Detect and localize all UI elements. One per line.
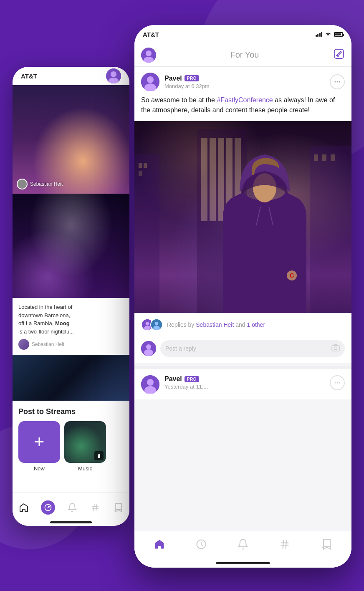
front-post2-name-row: Pavel PRO (164, 375, 325, 383)
front-post2-more-button[interactable] (330, 375, 345, 390)
book-icon (112, 502, 124, 513)
svg-rect-23 (139, 171, 142, 176)
front-post1-author-info: Pavel PRO Monday at 6:32pm (164, 75, 325, 89)
home-indicator-back (50, 521, 92, 523)
svg-point-43 (155, 322, 159, 326)
back-post2-author-name: Sebastian Heit (32, 341, 64, 347)
post-text-prefix: So awesome to be at the (141, 96, 217, 104)
book-icon-front (321, 538, 332, 553)
signal-bar-2 (317, 34, 318, 37)
svg-point-41 (144, 326, 151, 330)
plus-icon: + (34, 433, 45, 451)
front-status-icons (316, 31, 344, 38)
compose-icon[interactable] (333, 48, 345, 62)
explore-icon (195, 538, 207, 553)
svg-rect-27 (331, 154, 335, 161)
svg-rect-26 (322, 154, 326, 161)
back-post2-image-inner (13, 194, 129, 298)
bell-icon-front (237, 538, 249, 553)
svg-point-40 (146, 322, 149, 326)
back-nav-hashtag[interactable] (89, 502, 101, 513)
back-nav-bookmarks[interactable] (112, 502, 124, 513)
front-post2-author-avatar[interactable] (141, 375, 159, 394)
front-post2-time: Yesterday at 11:... (164, 384, 325, 390)
reply-avatar-2 (150, 318, 163, 331)
battery-icon (334, 32, 343, 37)
svg-line-60 (286, 540, 286, 549)
front-header-title: For You (230, 50, 259, 60)
front-post1-reply-input-row: Post a reply (134, 336, 351, 363)
replies-and: and (234, 321, 247, 328)
replies-count-link[interactable]: 1 other (247, 321, 265, 328)
front-post1-replies-text: Replies by Sebastian Heit and 1 other (167, 321, 265, 328)
front-post1-card: Pavel PRO Monday at 6:32pm So awesome to… (134, 67, 351, 363)
back-user-avatar[interactable] (106, 68, 121, 83)
front-nav-bookmarks[interactable] (314, 538, 339, 553)
front-post1-more-button[interactable] (330, 74, 345, 89)
svg-rect-29 (201, 138, 207, 221)
home-indicator-front (216, 562, 270, 564)
front-nav-hashtag[interactable] (272, 538, 297, 553)
back-phone: AT&T Sebastian Heit Located in the heart… (13, 67, 129, 526)
back-post2-author-row: Sebastian Heit (18, 339, 124, 350)
streams-row: + New Music (18, 421, 124, 472)
svg-rect-48 (332, 346, 339, 351)
signal-strength-icon (316, 32, 323, 37)
front-phone: AT&T For You (134, 25, 351, 568)
back-status-bar: AT&T (13, 67, 129, 85)
back-carrier: AT&T (21, 73, 37, 80)
svg-rect-20 (134, 154, 159, 313)
front-post1-text: So awesome to be at the #FastlyConferenc… (134, 95, 351, 121)
front-reply-avatar (141, 341, 156, 356)
stream-music-item[interactable]: Music (64, 421, 106, 472)
stream-new-button[interactable]: + (18, 421, 60, 463)
svg-rect-3 (98, 455, 100, 458)
front-post2-pro-badge: PRO (185, 376, 199, 382)
replies-author-link[interactable]: Sebastian Heit (196, 321, 234, 328)
svg-point-51 (147, 379, 154, 386)
signal-bar-1 (316, 35, 317, 37)
front-nav-home[interactable] (147, 538, 172, 553)
stream-new-item[interactable]: + New (18, 421, 60, 472)
replies-prefix: Replies by (167, 321, 196, 328)
home-icon (18, 502, 30, 513)
bell-icon (66, 502, 78, 513)
svg-text:C: C (290, 272, 294, 279)
back-bottom-nav (13, 492, 129, 526)
front-reply-input-box[interactable]: Post a reply (160, 340, 345, 357)
svg-line-8 (94, 504, 94, 511)
separator-1 (134, 366, 351, 369)
front-nav-explore[interactable] (189, 538, 214, 553)
hashtag-icon (89, 502, 101, 513)
front-post1-author-avatar[interactable] (141, 73, 159, 91)
front-post1-name-row: Pavel PRO (164, 75, 325, 82)
reply-placeholder: Post a reply (165, 345, 196, 352)
post-hashtag-link[interactable]: #FastlyConference (217, 96, 273, 104)
signal-bar-3 (319, 33, 321, 37)
home-icon-active (154, 538, 165, 553)
back-nav-home[interactable] (18, 502, 30, 513)
svg-line-9 (96, 504, 97, 511)
svg-rect-22 (144, 163, 147, 168)
front-post2-card: Pavel PRO Yesterday at 11:... (134, 369, 351, 399)
svg-point-49 (334, 347, 337, 350)
battery-fill (335, 33, 341, 35)
front-user-avatar[interactable] (141, 48, 156, 63)
back-post2-author-avatar (18, 339, 29, 350)
stream-music-label: Music (78, 465, 92, 472)
back-nav-explore[interactable] (41, 500, 55, 515)
svg-point-1 (111, 71, 116, 77)
svg-point-11 (146, 51, 152, 56)
front-carrier: AT&T (143, 31, 159, 38)
back-nav-notifications[interactable] (66, 502, 78, 513)
post-to-streams-title: Post to Streams (18, 407, 124, 416)
stream-new-label: New (34, 465, 45, 472)
post-to-streams-section: Post to Streams + New M (13, 401, 129, 476)
back-post2-text-section: Located in the heart ofdowntown Barcelon… (13, 298, 129, 355)
front-nav-notifications[interactable] (230, 538, 255, 553)
stream-lock-badge (94, 451, 104, 460)
svg-point-47 (144, 349, 153, 356)
front-status-bar: AT&T (134, 25, 351, 43)
svg-rect-13 (334, 49, 344, 58)
back-post2-image (13, 194, 129, 298)
